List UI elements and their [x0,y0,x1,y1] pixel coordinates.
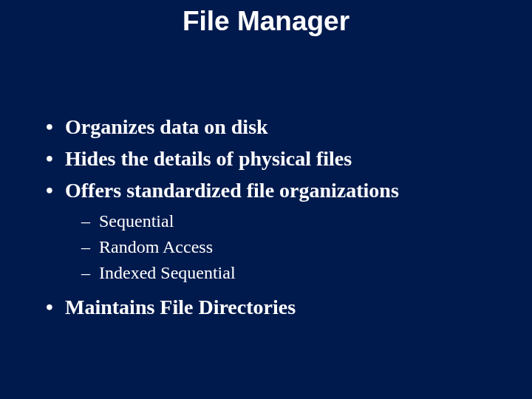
bullet-item: Hides the details of physical files [46,146,502,173]
slide: File Manager Organizes data on disk Hide… [0,0,532,399]
slide-title: File Manager [0,6,532,37]
bullet-item: Maintains File Directories [46,294,502,321]
sub-bullet-item: Random Access [46,235,502,259]
bullet-item: Organizes data on disk [46,114,502,141]
bullet-item: Offers standardized file organizations [46,177,502,205]
sub-bullet-item: Sequential [46,209,502,233]
sub-bullet-item: Indexed Sequential [46,261,502,285]
slide-body: Organizes data on disk Hides the details… [46,114,502,326]
